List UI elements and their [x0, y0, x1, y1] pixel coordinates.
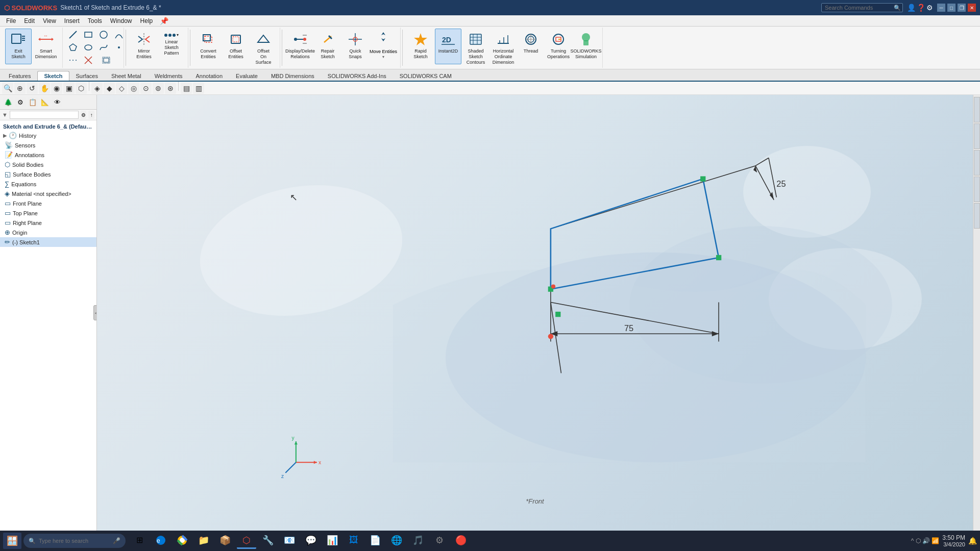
teams-app[interactable]: 💬	[301, 533, 321, 549]
menu-help[interactable]: Help	[136, 16, 157, 26]
move-entities-button[interactable]	[370, 29, 397, 49]
tab-evaluate[interactable]: Evaluate	[229, 71, 264, 81]
configuration-manager-button[interactable]: 📋	[28, 97, 38, 107]
hide-show-button[interactable]: ◆	[104, 83, 115, 94]
settings-app[interactable]: ⚙	[430, 533, 449, 549]
view-orientation-button[interactable]: ◈	[91, 83, 103, 94]
property-manager-button[interactable]: ⚙	[15, 97, 26, 107]
tab-sheet-metal[interactable]: Sheet Metal	[105, 71, 148, 81]
menu-file[interactable]: File	[2, 16, 20, 26]
browser-app2[interactable]: 🌐	[387, 533, 406, 549]
app2[interactable]: 🔧	[258, 533, 278, 549]
user-icon[interactable]: 👤	[907, 4, 916, 12]
start-button[interactable]: 🪟	[3, 533, 21, 549]
tab-annotation[interactable]: Annotation	[189, 71, 229, 81]
tab-solidworks-cam[interactable]: SOLIDWORKS CAM	[393, 71, 458, 81]
offset-on-surface-button[interactable]: OffsetOnSurface	[250, 29, 277, 66]
help-icon[interactable]: ❓	[917, 4, 925, 12]
tab-features[interactable]: Features	[2, 71, 37, 81]
ie-app[interactable]: e	[151, 533, 170, 549]
horizontal-ordinate-dimension-button[interactable]: HorizontalOrdinateDimension	[490, 29, 517, 66]
tab-solidworks-addins[interactable]: SOLIDWORKS Add-Ins	[321, 71, 393, 81]
outlook-app[interactable]: 📧	[280, 533, 299, 549]
tree-item-material[interactable]: ◈ Material <not specified>	[0, 189, 96, 198]
right-tab-1[interactable]	[974, 97, 980, 122]
lights-button[interactable]: ⊙	[140, 83, 152, 94]
scene-button[interactable]: ◎	[128, 83, 139, 94]
tree-item-annotations[interactable]: 📝 Annotations	[0, 150, 96, 160]
restore-button[interactable]: ❐	[958, 4, 966, 12]
taskbar-search[interactable]: 🔍 🎤	[23, 534, 126, 548]
files-app[interactable]: 📁	[194, 533, 213, 549]
tab-mbd-dimensions[interactable]: MBD Dimensions	[264, 71, 321, 81]
point-br[interactable]	[555, 312, 560, 317]
offset-sketch-button[interactable]	[96, 54, 117, 66]
display-style-button[interactable]: ▣	[63, 83, 75, 94]
tree-item-equations[interactable]: ∑ Equations	[0, 179, 96, 189]
taskbar-search-input[interactable]	[39, 538, 110, 544]
menu-window[interactable]: Window	[106, 16, 136, 26]
render-tools-button[interactable]: ▥	[193, 83, 204, 94]
tree-item-solid-bodies[interactable]: ⬡ Solid Bodies	[0, 160, 96, 169]
quick-snaps-button[interactable]: QuickSnaps	[342, 29, 369, 64]
instant2d-button[interactable]: 2D Instant2D	[435, 29, 461, 64]
right-tab-4[interactable]	[974, 177, 980, 202]
rectangle-button[interactable]	[81, 29, 95, 41]
tree-item-top-plane[interactable]: ▭ Top Plane	[0, 208, 96, 218]
display-delete-relations-button[interactable]: Display/DeleteRelations	[287, 29, 313, 64]
word-app[interactable]: 📄	[365, 533, 385, 549]
spline-button[interactable]	[96, 41, 111, 54]
turning-operations-button[interactable]: TurningOperations	[545, 29, 572, 64]
section-plane-button[interactable]: ⊛	[165, 83, 176, 94]
rotate-view-button[interactable]: ↺	[27, 83, 38, 94]
circle-button[interactable]	[96, 29, 111, 41]
tree-item-right-plane[interactable]: ▭ Right Plane	[0, 218, 96, 228]
convert-entities-button[interactable]: ConvertEntities	[195, 29, 222, 64]
tree-options-button[interactable]: ⚙	[81, 111, 87, 119]
display-manager-button[interactable]: 👁	[52, 97, 62, 107]
menu-edit[interactable]: Edit	[20, 16, 39, 26]
tree-item-surface-bodies[interactable]: ◱ Surface Bodies	[0, 169, 96, 179]
close-button[interactable]: ✕	[968, 4, 976, 12]
solidworks-app[interactable]: ⬡	[237, 533, 256, 549]
search-commands-input[interactable]	[821, 3, 903, 12]
maximize-button[interactable]: □	[947, 4, 955, 12]
smart-dimension-button[interactable]: ↔ SmartDimension	[33, 29, 59, 64]
zoom-to-fit-button[interactable]: 🔍	[2, 83, 13, 94]
tree-item-sensors[interactable]: 📡 Sensors	[0, 140, 96, 150]
menu-tools[interactable]: Tools	[84, 16, 106, 26]
appearance-button[interactable]: ◇	[116, 83, 127, 94]
collapse-all-button[interactable]: ↑	[88, 111, 94, 119]
pan-button[interactable]: ✋	[39, 83, 50, 94]
viewport[interactable]: 25 75 x	[97, 95, 973, 531]
tree-item-origin[interactable]: ⊕ Origin	[0, 228, 96, 237]
tree-item-sketch1[interactable]: ✏ (-) Sketch1	[0, 237, 96, 247]
right-tab-5[interactable]	[974, 203, 980, 229]
mirror-entities-button[interactable]: MirrorEntities	[131, 29, 157, 64]
sidebar-collapse-handle[interactable]: ◁	[93, 305, 97, 320]
app4[interactable]: 🔴	[451, 533, 471, 549]
dim-xpert-button[interactable]: 📐	[40, 97, 50, 107]
rapid-sketch-button[interactable]: RapidSketch	[407, 29, 434, 64]
cameras-button[interactable]: ⊚	[153, 83, 164, 94]
arc-button[interactable]	[112, 29, 126, 41]
chrome-app[interactable]	[173, 533, 192, 549]
pin-icon[interactable]: 📌	[160, 17, 168, 25]
taskview-button[interactable]: ⊞	[130, 533, 149, 549]
tree-filter-input[interactable]	[10, 111, 79, 119]
thread-button[interactable]: Thread	[518, 29, 544, 64]
tab-weldments[interactable]: Weldments	[148, 71, 189, 81]
clock[interactable]: 3:50 PM 3/4/2020	[942, 534, 965, 547]
point-tr[interactable]	[716, 255, 721, 260]
line-button[interactable]	[66, 29, 80, 41]
point-tl[interactable]	[700, 176, 705, 181]
polygon-button[interactable]	[66, 41, 80, 54]
linear-sketch-pattern-button[interactable]: ▾ LinearSketch Pattern	[158, 29, 185, 46]
right-tab-3[interactable]	[974, 150, 980, 176]
zoom-in-button[interactable]: ⊕	[14, 83, 26, 94]
tree-item-history[interactable]: ▶ 🕐 History	[0, 131, 96, 140]
repair-sketch-button[interactable]: RepairSketch	[314, 29, 341, 64]
point-button[interactable]	[112, 41, 126, 54]
app3[interactable]: 🎵	[408, 533, 428, 549]
tree-item-front-plane[interactable]: ▭ Front Plane	[0, 198, 96, 208]
